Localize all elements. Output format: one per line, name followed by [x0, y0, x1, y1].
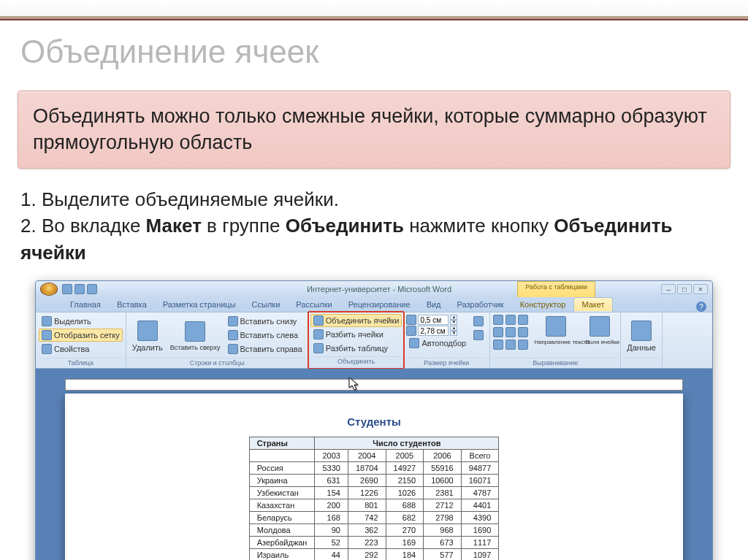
tab-review[interactable]: Рецензирование [340, 297, 419, 312]
country-cell[interactable]: Беларусь [249, 512, 315, 524]
value-cell[interactable]: 16071 [461, 475, 499, 487]
country-cell[interactable]: Казахстан [249, 499, 315, 512]
height-input[interactable] [418, 315, 449, 325]
tab-layout[interactable]: Макет [573, 297, 612, 312]
value-cell[interactable]: 270 [386, 524, 424, 537]
value-cell[interactable]: 742 [348, 512, 386, 524]
distribute-rows-button[interactable] [470, 315, 486, 328]
year-cell[interactable]: 2003 [315, 450, 348, 462]
value-cell[interactable]: 1690 [461, 524, 499, 537]
align-bc-icon[interactable] [505, 340, 516, 350]
value-cell[interactable]: 184 [386, 549, 424, 560]
value-cell[interactable]: 10600 [424, 475, 462, 487]
value-cell[interactable]: 44 [315, 549, 348, 560]
country-cell[interactable]: Россия [249, 462, 315, 475]
value-cell[interactable]: 688 [386, 499, 424, 512]
value-cell[interactable]: 1097 [461, 549, 499, 560]
value-cell[interactable]: 968 [424, 524, 462, 537]
country-cell[interactable]: Узбекистан [249, 487, 315, 499]
qat-save-icon[interactable] [62, 284, 72, 294]
value-cell[interactable]: 2690 [348, 475, 386, 487]
table-row[interactable]: Украина631269021501060016071 [249, 475, 499, 487]
text-direction-button[interactable]: Направление текста [531, 315, 581, 347]
value-cell[interactable]: 682 [386, 512, 424, 524]
data-button[interactable]: Данные [624, 319, 659, 353]
value-cell[interactable]: 1117 [461, 537, 499, 549]
value-cell[interactable]: 55916 [424, 462, 462, 475]
value-cell[interactable]: 154 [315, 487, 348, 499]
value-cell[interactable]: 18704 [348, 462, 386, 475]
value-cell[interactable]: 577 [424, 549, 462, 560]
align-mr-icon[interactable] [518, 327, 528, 337]
split-table-button[interactable]: Разбить таблицу [310, 342, 402, 355]
tab-mailings[interactable]: Рассылки [288, 297, 340, 312]
table-row[interactable]: Израиль442921845771097 [249, 549, 499, 560]
distribute-cols-button[interactable] [470, 329, 486, 342]
office-button[interactable] [40, 283, 58, 296]
value-cell[interactable]: 801 [348, 499, 386, 512]
header-students[interactable]: Число студентов [315, 437, 499, 450]
table-row[interactable]: Казахстан20080168827124401 [249, 499, 499, 512]
split-cells-button[interactable]: Разбить ячейки [310, 328, 402, 341]
year-cell[interactable]: 2004 [348, 450, 386, 462]
value-cell[interactable]: 90 [315, 524, 348, 537]
autofit-button[interactable]: Автоподбор [406, 337, 469, 350]
table-row[interactable]: Узбекистан1541226102623814787 [249, 487, 499, 499]
value-cell[interactable]: 1226 [348, 487, 386, 499]
value-cell[interactable]: 673 [424, 537, 462, 549]
value-cell[interactable]: 52 [315, 537, 348, 549]
country-cell[interactable]: Азербайджан [249, 537, 315, 549]
tab-view[interactable]: Вид [419, 297, 449, 312]
show-grid-button[interactable]: Отобразить сетку [39, 329, 123, 342]
country-cell[interactable]: Израиль [249, 549, 315, 560]
insert-right-button[interactable]: Вставить справа [225, 342, 305, 356]
value-cell[interactable]: 168 [315, 512, 348, 524]
value-cell[interactable]: 2712 [424, 499, 462, 512]
value-cell[interactable]: 223 [348, 537, 386, 549]
align-tl-icon[interactable] [493, 315, 503, 325]
value-cell[interactable]: 5330 [315, 462, 348, 475]
select-button[interactable]: Выделить [39, 315, 123, 328]
minimize-button[interactable]: – [661, 284, 676, 294]
value-cell[interactable]: 2150 [386, 475, 424, 487]
value-cell[interactable]: 631 [315, 475, 348, 487]
tab-design[interactable]: Конструктор [512, 297, 574, 312]
students-table[interactable]: Страны Число студентов 2003200420052006В… [249, 437, 500, 560]
tab-insert[interactable]: Вставка [109, 297, 155, 312]
value-cell[interactable]: 2798 [424, 512, 462, 524]
value-cell[interactable]: 2381 [424, 487, 462, 499]
value-cell[interactable]: 94877 [461, 462, 499, 475]
year-cell[interactable]: 2006 [424, 450, 462, 462]
align-br-icon[interactable] [518, 340, 528, 350]
align-tc-icon[interactable] [505, 315, 516, 325]
value-cell[interactable]: 4787 [461, 487, 499, 499]
value-cell[interactable]: 14927 [386, 462, 424, 475]
width-spinner[interactable]: ▲▼ [406, 326, 469, 336]
header-country[interactable]: Страны [249, 437, 315, 450]
country-cell[interactable]: Украина [249, 475, 315, 487]
value-cell[interactable]: 169 [386, 537, 424, 549]
table-row[interactable]: Азербайджан522231696731117 [249, 537, 499, 549]
tab-references[interactable]: Ссылки [244, 297, 289, 312]
delete-button[interactable]: Удалить [129, 319, 166, 353]
table-row[interactable]: Молдова903622709681690 [249, 524, 499, 537]
height-spinner[interactable]: ▲▼ [406, 315, 469, 325]
cell-margins-button[interactable]: Поля ячейки [582, 315, 617, 347]
year-cell[interactable]: 2005 [386, 450, 424, 462]
insert-left-button[interactable]: Вставить слева [225, 329, 305, 342]
align-bl-icon[interactable] [493, 340, 503, 350]
value-cell[interactable]: 1026 [386, 487, 424, 499]
value-cell[interactable]: 362 [348, 524, 386, 537]
tab-developer[interactable]: Разработчик [449, 297, 512, 312]
country-cell[interactable]: Молдова [249, 524, 315, 537]
align-mc-icon[interactable] [505, 327, 516, 337]
merge-cells-button[interactable]: Объединить ячейки [310, 314, 402, 327]
insert-below-button[interactable]: Вставить снизу [225, 315, 305, 328]
align-tr-icon[interactable] [518, 315, 528, 325]
value-cell[interactable]: 4390 [461, 512, 499, 524]
align-ml-icon[interactable] [493, 327, 503, 337]
insert-above-button[interactable]: Вставить сверху [167, 320, 224, 353]
maximize-button[interactable]: □ [677, 284, 692, 294]
value-cell[interactable]: 4401 [461, 499, 499, 512]
help-icon[interactable]: ? [696, 302, 706, 312]
